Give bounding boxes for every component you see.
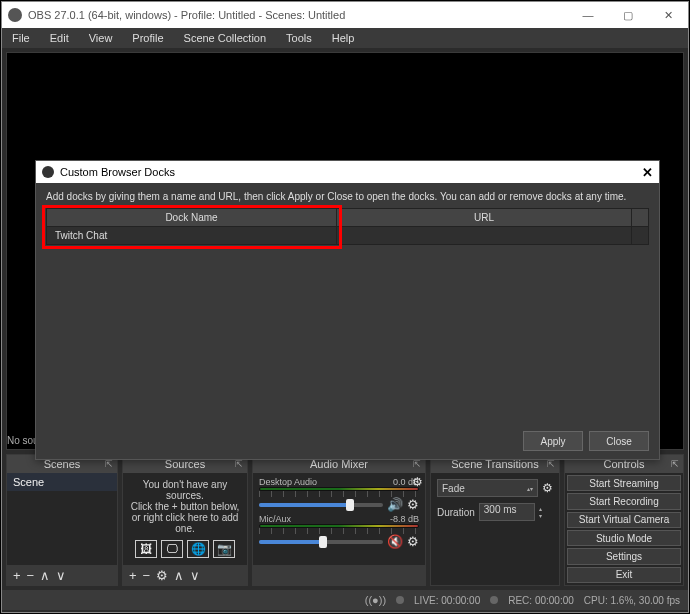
menu-tools[interactable]: Tools	[280, 30, 318, 46]
transitions-panel: Scene Transitions⇱ Fade ▴▾ ⚙ Duration 30…	[430, 454, 560, 586]
broadcast-icon: ((●))	[365, 594, 386, 606]
controls-panel: Controls⇱ Start Streaming Start Recordin…	[564, 454, 684, 586]
apply-button[interactable]: Apply	[523, 431, 583, 451]
popout-icon[interactable]: ⇱	[235, 459, 243, 469]
remove-scene-button[interactable]: −	[27, 568, 35, 583]
menu-file[interactable]: File	[6, 30, 36, 46]
image-icon: 🖼	[135, 540, 157, 558]
sources-placeholder: You don't have any sources. Click the + …	[129, 479, 241, 534]
titlebar: OBS 27.0.1 (64-bit, windows) - Profile: …	[2, 2, 688, 28]
menu-view[interactable]: View	[83, 30, 119, 46]
start-virtual-camera-button[interactable]: Start Virtual Camera	[567, 512, 681, 528]
window-minimize[interactable]: —	[568, 2, 608, 28]
settings-button[interactable]: Settings	[567, 548, 681, 564]
sources-panel: Sources⇱ You don't have any sources. Cli…	[122, 454, 248, 586]
add-source-button[interactable]: +	[129, 568, 137, 583]
table-row[interactable]: Twitch Chat	[47, 227, 648, 244]
column-delete	[632, 209, 648, 226]
mute-icon[interactable]: 🔇	[387, 534, 403, 549]
studio-mode-button[interactable]: Studio Mode	[567, 530, 681, 546]
menu-profile[interactable]: Profile	[126, 30, 169, 46]
channel-db: -8.8 dB	[390, 514, 419, 524]
column-dock-name[interactable]: Dock Name	[47, 209, 337, 226]
source-down-button[interactable]: ∨	[190, 568, 200, 583]
dialog-instructions: Add docks by giving them a name and URL,…	[46, 191, 649, 202]
display-icon: 🖵	[161, 540, 183, 558]
dialog-titlebar[interactable]: Custom Browser Docks ✕	[36, 161, 659, 183]
popout-icon[interactable]: ⇱	[671, 459, 679, 469]
volume-slider[interactable]	[259, 540, 383, 544]
speaker-icon[interactable]: 🔊	[387, 497, 403, 512]
live-status: LIVE: 00:00:00	[414, 595, 480, 606]
dialog-close-button[interactable]: ✕	[642, 165, 653, 180]
dock-url-cell[interactable]	[337, 227, 632, 244]
source-up-button[interactable]: ∧	[174, 568, 184, 583]
live-indicator-icon	[396, 596, 404, 604]
camera-icon: 📷	[213, 540, 235, 558]
scene-down-button[interactable]: ∨	[56, 568, 66, 583]
column-url[interactable]: URL	[337, 209, 632, 226]
gear-icon[interactable]: ⚙	[407, 497, 419, 512]
dock-name-cell[interactable]: Twitch Chat	[47, 227, 337, 244]
start-streaming-button[interactable]: Start Streaming	[567, 475, 681, 491]
close-button[interactable]: Close	[589, 431, 649, 451]
add-scene-button[interactable]: +	[13, 568, 21, 583]
app-icon	[8, 8, 22, 22]
gear-icon[interactable]: ⚙	[542, 481, 553, 495]
menu-help[interactable]: Help	[326, 30, 361, 46]
panels-row: Scenes⇱ Scene + − ∧ ∨ Sources⇱ You don't…	[2, 454, 688, 590]
cpu-status: CPU: 1.6%, 30.00 fps	[584, 595, 680, 606]
exit-button[interactable]: Exit	[567, 567, 681, 583]
duration-input[interactable]: 300 ms	[479, 503, 535, 521]
gear-icon[interactable]: ⚙	[407, 534, 419, 549]
channel-name: Mic/Aux	[259, 514, 291, 524]
dialog-title-text: Custom Browser Docks	[60, 166, 175, 178]
audio-mixer-panel: Audio Mixer⇱ ⚙ Desktop Audio 0.0 dB 🔊 ⚙	[252, 454, 426, 586]
source-props-button[interactable]: ⚙	[156, 568, 168, 583]
volume-slider[interactable]	[259, 503, 383, 507]
menubar: File Edit View Profile Scene Collection …	[2, 28, 688, 48]
combo-arrows-icon: ▴▾	[527, 485, 533, 492]
status-bar: ((●)) LIVE: 00:00:00 REC: 00:00:00 CPU: …	[2, 590, 688, 610]
globe-icon: 🌐	[187, 540, 209, 558]
window-close[interactable]: ✕	[648, 2, 688, 28]
scenes-panel: Scenes⇱ Scene + − ∧ ∨	[6, 454, 118, 586]
window-title: OBS 27.0.1 (64-bit, windows) - Profile: …	[28, 9, 568, 21]
popout-icon[interactable]: ⇱	[413, 459, 421, 469]
duration-label: Duration	[437, 507, 475, 518]
menu-scene-collection[interactable]: Scene Collection	[178, 30, 273, 46]
remove-source-button[interactable]: −	[143, 568, 151, 583]
scene-up-button[interactable]: ∧	[40, 568, 50, 583]
rec-status: REC: 00:00:00	[508, 595, 574, 606]
docks-table: Dock Name URL Twitch Chat	[46, 208, 649, 245]
transition-select[interactable]: Fade ▴▾	[437, 479, 538, 497]
popout-icon[interactable]: ⇱	[547, 459, 555, 469]
popout-icon[interactable]: ⇱	[105, 459, 113, 469]
spinner-arrows-icon[interactable]: ▴▾	[539, 505, 542, 519]
rec-indicator-icon	[490, 596, 498, 604]
scene-item[interactable]: Scene	[7, 473, 117, 491]
start-recording-button[interactable]: Start Recording	[567, 493, 681, 509]
menu-edit[interactable]: Edit	[44, 30, 75, 46]
custom-browser-docks-dialog: Custom Browser Docks ✕ Add docks by givi…	[35, 160, 660, 460]
channel-name: Desktop Audio	[259, 477, 317, 487]
window-maximize[interactable]: ▢	[608, 2, 648, 28]
dock-delete-cell[interactable]	[632, 227, 648, 244]
mixer-gear-icon[interactable]: ⚙	[412, 475, 423, 489]
dialog-icon	[42, 166, 54, 178]
